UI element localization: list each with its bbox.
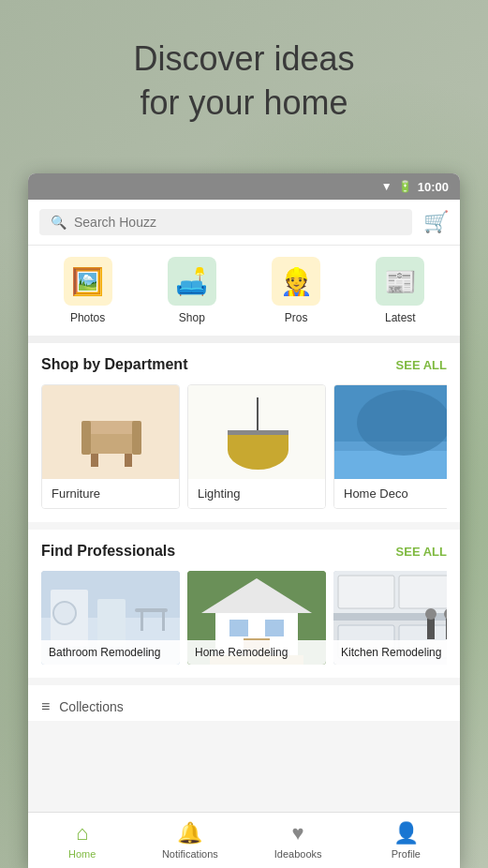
homedeco-img — [334, 385, 447, 479]
dept-card-homedeco[interactable]: Home Deco — [333, 384, 447, 509]
ideabooks-nav-label: Ideabooks — [274, 848, 322, 860]
pro-card-home-remodeling[interactable]: Home Remodeling — [187, 571, 326, 665]
latest-label: Latest — [385, 311, 416, 324]
svg-rect-27 — [338, 576, 394, 608]
svg-rect-1 — [83, 421, 140, 434]
pros-scroll: Bathroom Remodeling — [41, 571, 447, 678]
pros-section-title: Find Professionals — [41, 543, 175, 560]
svg-rect-4 — [81, 421, 91, 455]
kitchen-label: Kitchen Remodeling — [333, 640, 447, 665]
shop-section: Shop by Department SEE ALL Furn — [28, 343, 460, 522]
quick-links: 🖼️ Photos 🛋️ Shop 👷 Pros 📰 Latest — [28, 246, 460, 343]
pro-card-bathroom[interactable]: Bathroom Remodeling — [41, 571, 180, 665]
dept-card-furniture[interactable]: Furniture — [41, 384, 180, 509]
pros-label: Pros — [285, 311, 308, 324]
nav-item-ideabooks[interactable]: ♥ Ideabooks — [244, 813, 352, 868]
shop-section-title: Shop by Department — [41, 356, 187, 373]
pros-section-header: Find Professionals SEE ALL — [41, 543, 447, 560]
furniture-img — [42, 385, 180, 479]
quick-link-latest[interactable]: 📰 Latest — [376, 257, 424, 324]
status-time: 10:00 — [418, 180, 449, 194]
furniture-label: Furniture — [42, 479, 179, 508]
shop-label: Shop — [179, 311, 205, 324]
svg-rect-22 — [265, 620, 284, 636]
svg-rect-3 — [125, 454, 132, 467]
svg-rect-5 — [132, 421, 141, 455]
notifications-nav-icon: 🔔 — [177, 821, 202, 846]
svg-rect-2 — [91, 454, 98, 467]
nav-item-notifications[interactable]: 🔔 Notifications — [136, 813, 244, 868]
svg-rect-28 — [399, 576, 447, 608]
quick-link-photos[interactable]: 🖼️ Photos — [64, 257, 112, 324]
pros-see-all[interactable]: SEE ALL — [396, 545, 447, 559]
home-remodeling-label: Home Remodeling — [187, 640, 326, 665]
nav-item-home[interactable]: ⌂ Home — [28, 813, 136, 868]
cart-icon[interactable]: 🛒 — [423, 210, 449, 234]
lighting-label: Lighting — [188, 479, 325, 508]
latest-icon: 📰 — [376, 257, 424, 306]
home-nav-label: Home — [68, 848, 96, 860]
notifications-nav-label: Notifications — [162, 848, 218, 860]
shop-see-all[interactable]: SEE ALL — [396, 358, 447, 372]
profile-nav-label: Profile — [392, 848, 421, 860]
photos-icon: 🖼️ — [64, 257, 112, 306]
search-bar: 🔍 🛒 — [28, 200, 460, 246]
svg-rect-16 — [140, 612, 143, 631]
quick-link-shop[interactable]: 🛋️ Shop — [168, 257, 216, 324]
svg-rect-8 — [334, 451, 447, 479]
svg-point-9 — [357, 390, 447, 456]
svg-rect-17 — [162, 612, 165, 631]
bathroom-label: Bathroom Remodeling — [41, 640, 180, 665]
nav-item-profile[interactable]: 👤 Profile — [352, 813, 460, 868]
pros-section: Find Professionals SEE ALL — [28, 530, 460, 678]
svg-point-14 — [53, 602, 76, 624]
svg-rect-34 — [446, 616, 447, 639]
photos-label: Photos — [70, 311, 105, 324]
dept-card-lighting[interactable]: Lighting — [187, 384, 326, 509]
phone-frame: ▼ 🔋 10:00 🔍 🛒 🖼️ Photos 🛋️ Shop 👷 Pros 📰… — [28, 173, 460, 868]
bottom-nav: ⌂ Home 🔔 Notifications ♥ Ideabooks 👤 Pro… — [28, 812, 460, 868]
partial-section-title: ≡ Collections — [41, 699, 124, 714]
pros-icon: 👷 — [272, 257, 320, 306]
battery-icon: 🔋 — [398, 180, 412, 193]
status-bar: ▼ 🔋 10:00 — [28, 173, 460, 200]
homedeco-label: Home Deco — [334, 479, 447, 508]
quick-link-pros[interactable]: 👷 Pros — [272, 257, 320, 324]
wifi-icon: ▼ — [381, 180, 392, 193]
ideabooks-nav-icon: ♥ — [292, 821, 304, 846]
pro-card-kitchen[interactable]: Kitchen Remodeling — [333, 571, 447, 665]
search-icon: 🔍 — [51, 215, 67, 230]
hero-section: Discover ideas for your home — [0, 37, 488, 126]
svg-rect-13 — [97, 599, 126, 646]
svg-point-35 — [425, 608, 436, 620]
lighting-img — [188, 385, 326, 479]
dept-scroll: Furniture Lighting — [41, 384, 447, 522]
profile-nav-icon: 👤 — [393, 821, 419, 846]
search-input-wrap[interactable]: 🔍 — [39, 209, 412, 235]
hero-title: Discover ideas for your home — [0, 37, 488, 126]
partial-section: ≡ Collections — [28, 685, 460, 721]
svg-rect-15 — [135, 608, 168, 612]
shop-icon: 🛋️ — [168, 257, 216, 306]
home-nav-icon: ⌂ — [76, 821, 88, 846]
svg-rect-21 — [229, 620, 248, 636]
shop-section-header: Shop by Department SEE ALL — [41, 356, 447, 373]
search-input[interactable] — [74, 215, 401, 230]
